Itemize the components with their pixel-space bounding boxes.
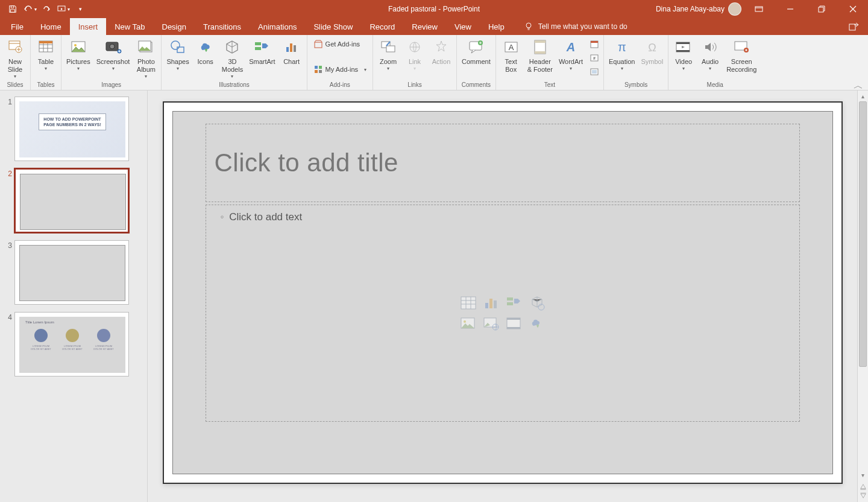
zoom-button[interactable]: Zoom ▾ <box>376 36 401 71</box>
screen-recording-button[interactable]: Screen Recording <box>724 36 759 74</box>
chart-label: Chart <box>283 58 300 66</box>
video-label: Video <box>675 58 692 66</box>
tab-review[interactable]: Review <box>403 18 446 35</box>
header-footer-button[interactable]: Header & Footer <box>525 36 555 74</box>
3d-models-button[interactable]: 3D Models ▾ <box>219 36 245 79</box>
redo-button[interactable] <box>39 1 54 17</box>
maximize-button[interactable] <box>808 0 835 18</box>
close-button[interactable] <box>839 0 867 18</box>
editor-area: 1 HOW TO ADD POWERPOINT PAGE NUMBERS IN … <box>0 91 868 502</box>
get-addins-button[interactable]: Get Add-ins <box>310 37 370 51</box>
collapse-ribbon-button[interactable]: ︿ <box>854 80 864 88</box>
insert-chart-icon[interactable] <box>481 294 502 312</box>
svg-point-65 <box>492 324 498 330</box>
title-placeholder[interactable]: Click to add title <box>206 124 800 202</box>
wordart-icon: A <box>561 37 580 57</box>
tab-design[interactable]: Design <box>154 18 195 35</box>
svg-rect-35 <box>505 42 517 52</box>
3d-models-label: 3D Models <box>222 58 243 74</box>
slide-thumb-3[interactable] <box>14 240 129 305</box>
next-slide-button[interactable]: ⧋ <box>858 491 868 501</box>
action-label: Action <box>432 58 451 66</box>
symbol-button: Ω Symbol <box>638 36 665 66</box>
slide-canvas-area: Click to add title Click to add text <box>148 91 857 502</box>
svg-point-15 <box>118 49 121 53</box>
insert-video-icon[interactable] <box>504 314 524 332</box>
insert-icons-icon[interactable] <box>527 314 547 332</box>
my-addins-button[interactable]: My Add-ins ▾ <box>310 63 370 76</box>
save-button[interactable] <box>5 1 20 17</box>
wordart-button[interactable]: A WordArt ▾ <box>556 36 585 71</box>
icons-icon <box>196 37 215 57</box>
insert-online-picture-icon[interactable] <box>481 314 502 332</box>
svg-rect-66 <box>507 318 520 329</box>
object-button[interactable] <box>588 65 601 78</box>
thumb-4-title: Title Lorem Ipsum <box>25 320 119 324</box>
svg-rect-1 <box>11 10 15 12</box>
slide-thumb-1[interactable]: HOW TO ADD POWERPOINT PAGE NUMBERS IN 2 … <box>14 97 129 161</box>
thumb-number-3: 3 <box>5 240 14 250</box>
tab-animations[interactable]: Animations <box>250 18 305 35</box>
insert-smartart-icon[interactable] <box>504 294 524 312</box>
svg-rect-13 <box>106 42 118 51</box>
tab-home[interactable]: Home <box>32 18 70 35</box>
insert-3d-icon[interactable] <box>527 294 547 312</box>
audio-button[interactable]: Audio ▾ <box>697 36 723 71</box>
slide-thumb-2[interactable] <box>14 168 129 233</box>
screenshot-button[interactable]: Screenshot ▾ <box>94 36 133 71</box>
video-button[interactable]: Video ▾ <box>671 36 696 71</box>
photo-album-button[interactable]: Photo Album ▾ <box>133 36 159 79</box>
chart-button[interactable]: Chart <box>279 36 304 66</box>
pictures-button[interactable]: Pictures ▾ <box>64 36 93 71</box>
photo-album-label: Photo Album <box>137 58 156 74</box>
tab-transitions[interactable]: Transitions <box>195 18 250 35</box>
scroll-up-button[interactable]: ▴ <box>858 91 868 101</box>
text-box-button[interactable]: A Text Box <box>498 36 524 74</box>
tell-me-search[interactable]: Tell me what you want to do <box>524 18 627 35</box>
svg-rect-43 <box>591 55 598 61</box>
ribbon-display-button[interactable] <box>745 0 773 18</box>
date-time-button[interactable] <box>588 37 601 51</box>
title-bar: ▾ ▾ ▾ Faded pastoral - PowerPoint Dina J… <box>0 0 868 18</box>
icons-button[interactable]: Icons <box>193 36 218 66</box>
svg-rect-24 <box>294 45 296 52</box>
scroll-down-button[interactable]: ▾ <box>858 469 868 480</box>
smartart-button[interactable]: SmartArt <box>247 36 277 66</box>
tab-file[interactable]: File <box>2 18 32 35</box>
comment-button[interactable]: Comment <box>459 36 493 66</box>
share-button[interactable] <box>840 18 868 35</box>
link-icon <box>405 37 424 57</box>
tab-record[interactable]: Record <box>361 18 403 35</box>
insert-table-icon[interactable] <box>458 294 479 312</box>
ribbon-tabs: File Home Insert New Tab Design Transiti… <box>0 18 868 35</box>
svg-rect-56 <box>485 303 488 308</box>
slide-thumb-4[interactable]: Title Lorem Ipsum LOREM IPSUM DOLOR SIT … <box>14 312 129 376</box>
tab-insert[interactable]: Insert <box>70 18 107 35</box>
prev-slide-button[interactable]: ⧋ <box>858 481 868 491</box>
start-slideshow-button[interactable]: ▾ <box>55 1 71 17</box>
qat-customize-button[interactable]: ▾ <box>72 1 88 17</box>
text-box-icon: A <box>502 37 521 57</box>
tab-help[interactable]: Help <box>480 18 513 35</box>
undo-button[interactable]: ▾ <box>22 1 37 17</box>
slide-number-button[interactable]: # <box>588 51 601 65</box>
tab-view[interactable]: View <box>446 18 480 35</box>
scroll-track[interactable] <box>858 101 868 469</box>
minimize-button[interactable] <box>776 0 804 18</box>
equation-button[interactable]: π Equation ▾ <box>606 36 637 71</box>
vertical-scrollbar[interactable]: ▴ ▾ ⧋ ⧋ <box>857 91 868 502</box>
table-button[interactable]: Table ▾ <box>33 36 58 71</box>
new-slide-button[interactable]: New Slide ▾ <box>2 36 28 79</box>
smartart-label: SmartArt <box>249 58 275 66</box>
screen-recording-label: Screen Recording <box>726 58 756 74</box>
svg-rect-64 <box>484 318 496 327</box>
thumb-number-4: 4 <box>5 312 14 322</box>
group-tables: Table ▾ Tables <box>31 35 61 90</box>
insert-picture-icon[interactable] <box>458 314 479 332</box>
tab-newtab[interactable]: New Tab <box>106 18 153 35</box>
shapes-button[interactable]: Shapes ▾ <box>164 36 191 71</box>
user-avatar[interactable] <box>728 2 741 16</box>
content-placeholder[interactable]: Click to add text <box>206 205 800 422</box>
tab-slideshow[interactable]: Slide Show <box>305 18 361 35</box>
scroll-thumb[interactable] <box>859 101 867 367</box>
